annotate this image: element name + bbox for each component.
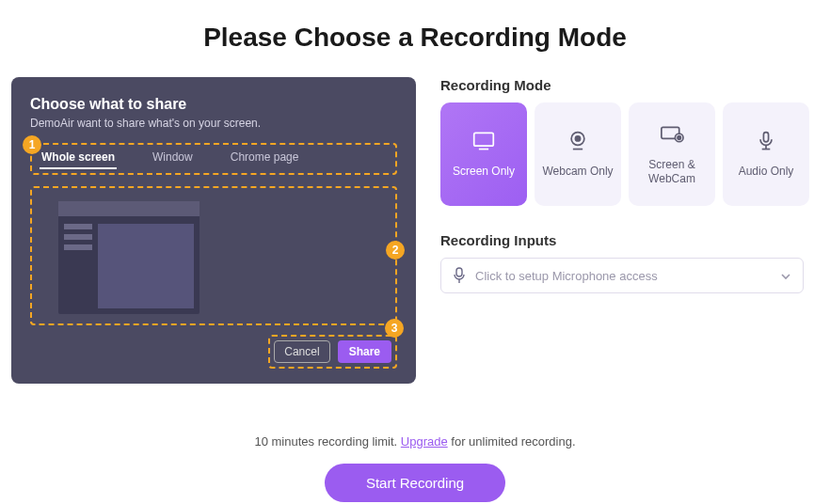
mode-audio-only[interactable]: Audio Only — [723, 102, 809, 206]
mic-icon — [453, 267, 466, 284]
mode-screen-only[interactable]: Screen Only — [440, 102, 527, 206]
page-title: Please Choose a Recording Mode — [0, 23, 830, 53]
tab-whole-screen[interactable]: Whole screen — [41, 150, 115, 164]
limit-post: for unlimited recording. — [448, 434, 576, 449]
upgrade-link[interactable]: Upgrade — [401, 434, 448, 449]
share-subtext: DemoAir want to share what's on your scr… — [30, 117, 397, 130]
mode-label: Screen & WebCam — [636, 158, 708, 185]
recording-inputs-label: Recording Inputs — [440, 232, 819, 248]
svg-rect-7 — [763, 133, 768, 142]
screen-webcam-icon — [659, 123, 685, 149]
step-badge-1: 1 — [23, 135, 41, 154]
footer: 10 minutes recording limit. Upgrade for … — [0, 434, 830, 502]
share-button[interactable]: Share — [338, 340, 391, 363]
share-actions: 3 Cancel Share — [268, 335, 397, 369]
chevron-down-icon — [780, 269, 791, 283]
step-badge-2: 2 — [386, 241, 405, 260]
mode-cards: Screen Only Webcam Only — [440, 102, 819, 206]
mode-screen-webcam[interactable]: Screen & WebCam — [629, 102, 715, 206]
mode-label: Webcam Only — [542, 165, 613, 178]
mic-select-text: Click to setup Microphone access — [475, 269, 658, 283]
share-preview[interactable]: 2 — [30, 186, 397, 325]
webcam-icon — [565, 130, 591, 155]
cancel-button[interactable]: Cancel — [274, 340, 329, 363]
limit-pre: 10 minutes recording limit. — [254, 434, 400, 449]
share-heading: Choose what to share — [30, 96, 397, 113]
svg-point-3 — [575, 136, 580, 141]
start-recording-button[interactable]: Start Recording — [325, 464, 505, 502]
tab-window[interactable]: Window — [152, 150, 193, 164]
limit-text: 10 minutes recording limit. Upgrade for … — [0, 434, 830, 449]
mic-select[interactable]: Click to setup Microphone access — [440, 258, 804, 293]
step-badge-3: 3 — [385, 319, 404, 338]
share-tabs: 1 Whole screen Window Chrome page — [30, 143, 397, 175]
mode-label: Screen Only — [453, 165, 515, 178]
mic-stand-icon — [753, 130, 779, 155]
svg-point-6 — [678, 136, 680, 139]
mode-webcam-only[interactable]: Webcam Only — [535, 102, 621, 206]
svg-rect-0 — [474, 134, 494, 147]
share-dialog: Choose what to share DemoAir want to sha… — [11, 77, 416, 384]
tab-chrome-page[interactable]: Chrome page — [231, 150, 299, 164]
svg-rect-10 — [456, 268, 462, 276]
screen-icon — [471, 130, 497, 155]
mode-label: Audio Only — [739, 165, 794, 178]
recording-mode-label: Recording Mode — [440, 77, 819, 93]
screen-thumbnail — [58, 201, 200, 314]
